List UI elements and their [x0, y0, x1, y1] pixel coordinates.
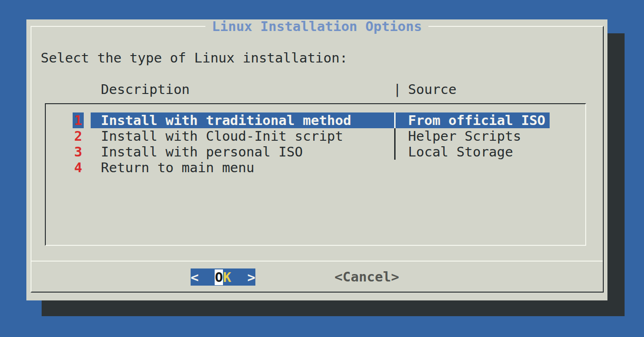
cancel-button[interactable]: <Cancel>: [334, 268, 399, 286]
menu-item-description: Install with personal ISO: [101, 144, 303, 160]
menu-item-description: Install with traditional method: [101, 112, 351, 128]
column-header-source: Source: [408, 81, 457, 97]
ok-gap: [231, 277, 248, 277]
menu-item-row-1[interactable]: 1 Install with traditional method From o…: [46, 112, 585, 128]
dialog-title: Linux Installation Options: [205, 19, 428, 33]
menu-item-row-4[interactable]: 4 Return to main menu: [46, 160, 585, 175]
column-header-separator: |: [393, 81, 401, 97]
terminal-screen: Linux Installation Options Select the ty…: [0, 0, 644, 337]
column-separator-line: [394, 112, 396, 128]
menu-item-tag: 4: [73, 160, 84, 175]
menu-item-tag: 1: [73, 112, 84, 128]
menu-item-tag: 2: [73, 128, 84, 144]
button-area-separator: [31, 261, 603, 262]
menu-item-row-3[interactable]: 3 Install with personal ISO Local Storag…: [46, 144, 585, 160]
menu-item-description: Install with Cloud-Init script: [101, 128, 343, 144]
ok-cursor-char: O: [215, 269, 223, 285]
ok-button[interactable]: < O K >: [191, 268, 255, 286]
ok-hotkey-char: K: [223, 269, 231, 285]
ok-left-bracket: <: [191, 269, 198, 285]
ok-gap: [198, 277, 215, 277]
menu-item-source: Local Storage: [408, 144, 513, 160]
column-separator-line: [394, 128, 396, 144]
ok-right-bracket: >: [248, 269, 255, 285]
menu-item-source: Helper Scripts: [408, 128, 521, 144]
prompt-text: Select the type of Linux installation:: [41, 50, 347, 66]
dialog-window: Linux Installation Options Select the ty…: [26, 19, 607, 300]
menu-list: 1 Install with traditional method From o…: [45, 103, 586, 246]
menu-item-row-2[interactable]: 2 Install with Cloud-Init script Helper …: [46, 128, 585, 144]
menu-item-source: From official ISO: [408, 112, 545, 128]
column-header-description: Description: [101, 81, 190, 97]
menu-item-description: Return to main menu: [101, 160, 254, 175]
column-separator-line: [394, 144, 396, 160]
menu-item-tag: 3: [73, 144, 84, 160]
column-header-row: Description | Source: [26, 81, 607, 97]
